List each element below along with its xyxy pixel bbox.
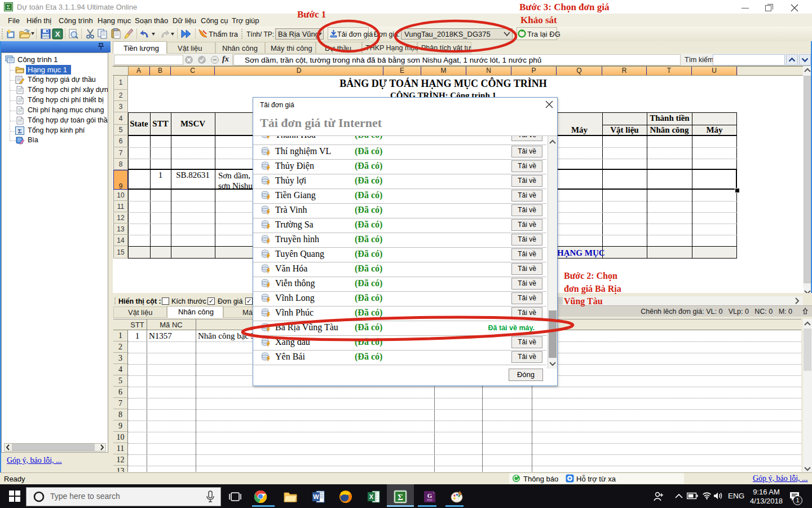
svg-text:Σ: Σ [398, 493, 403, 502]
svg-text:X: X [55, 30, 60, 38]
svg-text:Σ: Σ [7, 3, 10, 10]
svg-text:Σ: Σ [17, 128, 21, 134]
svg-text:W: W [313, 493, 319, 500]
svg-text:X: X [369, 493, 374, 500]
svg-text:PDF: PDF [427, 498, 433, 502]
